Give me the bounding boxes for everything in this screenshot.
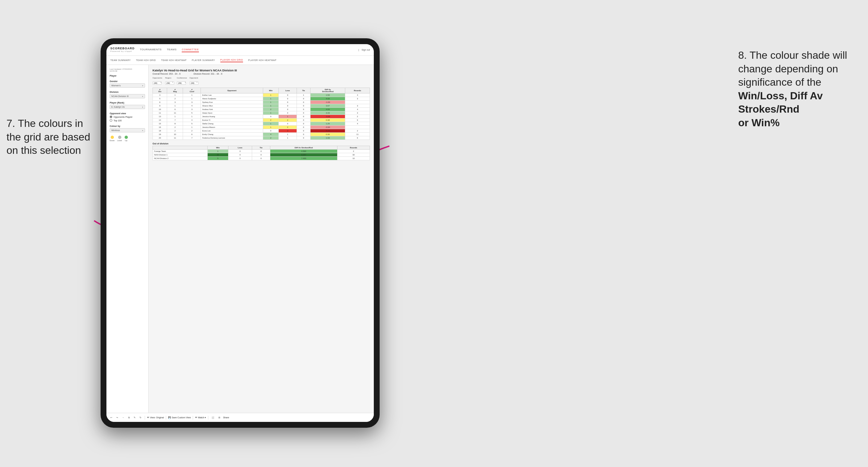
cell-win: 1 xyxy=(263,126,278,129)
toolbar-view-original[interactable]: 👁 View: Original xyxy=(147,416,164,418)
cell-conf: 5 xyxy=(183,122,201,126)
cell-tie: 1 xyxy=(297,93,310,97)
cell-diff: 4.00 xyxy=(311,108,345,111)
radio-opponents-played[interactable]: Opponents Played xyxy=(110,116,145,118)
th-reg: #Reg xyxy=(167,88,183,93)
cell-loss: 0 xyxy=(279,111,297,115)
gender-section: Gender Women's xyxy=(110,80,145,88)
nav-tournaments[interactable]: TOURNAMENTS xyxy=(140,48,162,52)
ood-cell-loss: 0 xyxy=(228,153,252,157)
region-select[interactable]: (All) xyxy=(165,82,174,85)
player-rank-label: Player (Rank) xyxy=(110,101,145,104)
player-rank-select[interactable]: 8. Katelyn Vo xyxy=(110,105,145,109)
subnav-team-summary[interactable]: TEAM SUMMARY xyxy=(110,58,131,62)
division-select[interactable]: NCAA Division III xyxy=(110,94,145,98)
toolbar-grid[interactable]: ⊞ xyxy=(217,416,222,419)
cell-tie: 0 xyxy=(297,136,310,140)
cell-opponent: Sharon Mun xyxy=(201,104,263,108)
cell-opponent: Alexis Sudjianto xyxy=(201,97,263,101)
radio-dot-opponents xyxy=(110,116,112,118)
cell-div: 20 xyxy=(153,136,167,140)
cell-loss: 1 xyxy=(279,136,297,140)
opponents-select[interactable]: (All) xyxy=(153,82,162,85)
tablet-frame: SCOREBOARD Powered by clippd TOURNAMENTS… xyxy=(101,38,380,428)
nav-committee[interactable]: COMMITTEE xyxy=(182,48,199,52)
ood-table-row: Foreign Team 1 0 0 4.500 2 xyxy=(153,150,370,153)
toolbar-layout[interactable]: ⬜ xyxy=(210,416,216,419)
toolbar-copy[interactable]: ⧉ xyxy=(127,416,131,419)
cell-diff: 0.30 xyxy=(311,133,345,136)
toolbar-edit[interactable]: ✎ xyxy=(132,416,137,419)
subnav-player-h2h-heatmap[interactable]: PLAYER H2H HEATMAP xyxy=(248,58,276,62)
main-grid: Katelyn Vo Head-to-Head Grid for Women's… xyxy=(149,65,374,413)
th-loss: Loss xyxy=(279,88,297,93)
cell-reg: 2 xyxy=(167,129,183,133)
cell-win: 2 xyxy=(263,136,278,140)
subnav-team-h2h-grid[interactable]: TEAM H2H GRID xyxy=(136,58,156,62)
colour-by-select[interactable]: Win/loss xyxy=(110,128,145,132)
subnav-player-summary[interactable]: PLAYER SUMMARY xyxy=(192,58,215,62)
toolbar-undo[interactable]: ↩ xyxy=(109,416,114,419)
ood-header-row: Win Loss Tie Diff Av Strokes/Rnd Rounds xyxy=(153,146,370,150)
toolbar-watch[interactable]: 👁 Watch ▾ xyxy=(195,416,206,419)
cell-win: 1 xyxy=(263,101,278,104)
tablet-screen: SCOREBOARD Powered by clippd TOURNAMENTS… xyxy=(106,44,374,422)
toolbar-forward[interactable]: → xyxy=(121,416,126,419)
cell-conf: 5 xyxy=(183,111,201,115)
ood-cell-rounds: 10 xyxy=(338,157,370,160)
cell-opponent: Eunice Yi xyxy=(201,119,263,122)
sign-out-link[interactable]: Sign out xyxy=(362,49,370,51)
toolbar-share[interactable]: Share xyxy=(223,416,229,418)
cell-div: 5 xyxy=(153,97,167,101)
cell-div: 18 xyxy=(153,129,167,133)
toolbar-divider-1 xyxy=(145,416,145,419)
subnav-player-h2h-grid[interactable]: PLAYER H2H GRID xyxy=(220,58,243,62)
cell-tie: 0 xyxy=(297,119,310,122)
toolbar-redo[interactable]: ↪ xyxy=(115,416,119,419)
annotation-right: 8. The colour shade will change dependin… xyxy=(738,49,862,130)
toolbar-refresh[interactable]: ↻ xyxy=(138,416,143,419)
player-section: Player xyxy=(110,75,145,77)
cell-conf: 3 xyxy=(183,101,201,104)
annotation-left: 7. The colours in the grid are based on … xyxy=(6,117,97,157)
table-row: 14 7 4 Eunice Yi 2 2 0 0.38 9 xyxy=(153,119,370,122)
filters-row: Opponents: (All) Region (All) xyxy=(153,77,370,85)
legend-level: Level xyxy=(117,136,122,142)
nav-teams[interactable]: TEAMS xyxy=(167,48,177,52)
cell-div: 16 xyxy=(153,126,167,129)
opponent-view-section: Opponent view Opponents Played Top 100 xyxy=(110,112,145,122)
cell-reg: 10 xyxy=(167,133,183,136)
ood-cell-rounds: 2 xyxy=(338,150,370,153)
cell-loss: 0 xyxy=(279,101,297,104)
cell-loss: 0 xyxy=(279,93,297,97)
player-rank-section: Player (Rank) 8. Katelyn Vo xyxy=(110,101,145,109)
cell-reg: 1 xyxy=(167,93,183,97)
opponent-select[interactable]: (All) xyxy=(189,82,198,85)
cell-rounds: 6 xyxy=(345,136,370,140)
ood-cell-opponent: Foreign Team xyxy=(153,150,208,153)
subnav-team-h2h-heatmap[interactable]: TEAM H2H HEATMAP xyxy=(161,58,187,62)
filter-conference: Conference (All) xyxy=(177,77,187,85)
gender-label: Gender xyxy=(110,80,145,83)
cell-diff: 1.50 xyxy=(311,93,345,97)
cell-reg: 2 xyxy=(167,126,183,129)
cell-loss: 2 xyxy=(279,119,297,122)
ood-th-opponent xyxy=(153,146,208,150)
cell-win: 4 xyxy=(263,133,278,136)
gender-select[interactable]: Women's xyxy=(110,84,145,88)
cell-tie: 0 xyxy=(297,111,310,115)
cell-opponent: Sydney Kuo xyxy=(201,101,263,104)
last-updated: Last Updated: 27/03/2024 16:55:38 xyxy=(110,68,145,72)
conference-select[interactable]: (All) xyxy=(177,82,186,85)
cell-rounds: 11 xyxy=(345,133,370,136)
table-row: 5 2 1 Alexis Sudjianto 1 0 0 4.00 3 xyxy=(153,97,370,101)
table-row: 19 10 6 Emily Chang 4 1 0 0.30 11 xyxy=(153,133,370,136)
cell-conf: 7 xyxy=(183,136,201,140)
legend-dot-down xyxy=(111,136,114,139)
ood-th-rounds: Rounds xyxy=(338,146,370,150)
radio-top-100[interactable]: Top 100 xyxy=(110,119,145,122)
player-label: Player xyxy=(110,75,145,77)
toolbar-save-custom[interactable]: 💾 Save Custom View xyxy=(168,416,191,419)
cell-win: 2 xyxy=(263,119,278,122)
ood-th-loss: Loss xyxy=(228,146,252,150)
